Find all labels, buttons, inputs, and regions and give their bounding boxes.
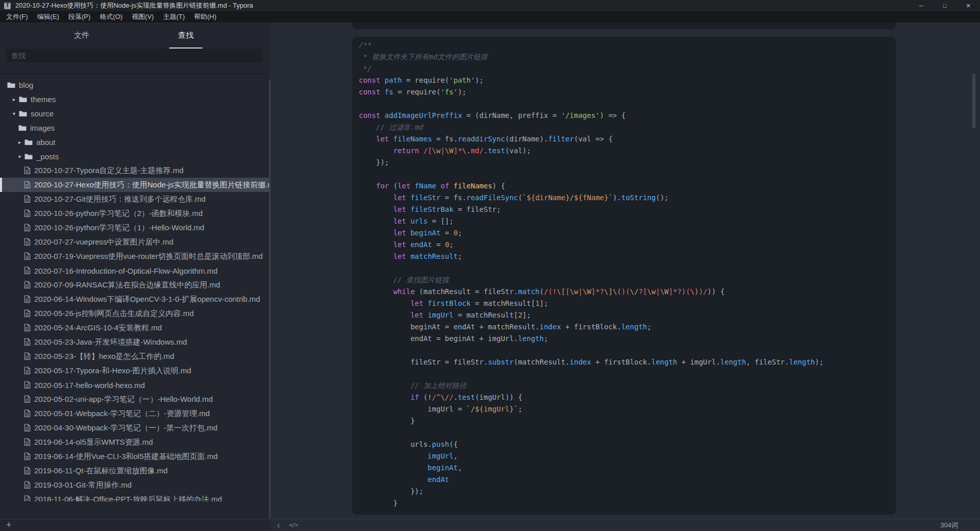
tree-item-folder[interactable]: ▸about (0, 135, 270, 149)
code-line: // 加上绝对路径 (359, 380, 896, 392)
tree-item-folder[interactable]: blog (0, 78, 270, 92)
tree-item-file[interactable]: 2020-04-30-Webpack-学习笔记（一）-第一次打包.md (0, 421, 270, 435)
tree-item-label: _posts (36, 152, 59, 161)
search-input[interactable] (6, 49, 262, 62)
code-line: return /[\w|\W]*\.md/.test(val); (359, 145, 896, 157)
source-code-mode-icon[interactable]: </> (289, 519, 298, 531)
tree-item-file[interactable]: 2019-03-01-Git-常用操作.md (0, 478, 270, 492)
menu-item[interactable]: 编辑(E) (33, 11, 64, 22)
sidebar-scrollbar[interactable] (269, 80, 271, 519)
code-line: let firstBlock = matchResult[1]; (359, 298, 896, 309)
tree-item-label: 2020-05-26-js控制网页点击生成自定义内容.md (34, 309, 194, 319)
file-icon (24, 467, 31, 475)
tree-item-file[interactable]: 2020-05-23-【转】hexo是怎么工作的.md (0, 349, 270, 364)
tree-item-folder[interactable]: ▸themes (0, 92, 270, 106)
file-icon (24, 452, 31, 461)
tree-item-file[interactable]: 2020-06-14-Windows下编译OpenCV-3-1-0-扩展open… (0, 292, 270, 306)
tree-item-label: themes (31, 95, 56, 104)
tree-item-file[interactable]: 2020-07-16-Introduction-of-Optical-Flow-… (0, 263, 270, 278)
chevron-right-icon[interactable]: ▸ (18, 139, 24, 145)
code-line: endAt (359, 474, 896, 486)
tree-item-folder[interactable]: images (0, 120, 270, 135)
code-line (359, 345, 896, 356)
chevron-right-icon[interactable]: ▸ (13, 96, 19, 102)
tree-item-file[interactable]: 2019-06-14-ol5显示WMTS资源.md (0, 435, 270, 449)
tree-item-file[interactable]: 2020-07-27-vuepress中设置图片居中.md (0, 235, 270, 249)
code-line: let fileNames = fs.readdirSync(dirName).… (359, 133, 896, 145)
menu-item[interactable]: 帮助(H) (189, 11, 221, 22)
tree-item-file[interactable]: 2020-05-23-Java-开发环境搭建-Windows.md (0, 335, 270, 349)
code-line (359, 168, 896, 180)
folder-icon (19, 96, 27, 103)
tree-item-label: 2020-10-27-Hexo使用技巧：使用Node-js实现批量替换图片链接前… (34, 180, 270, 190)
tree-item-label: images (30, 124, 55, 132)
code-line: const fs = require('fs'); (359, 86, 896, 98)
file-icon (24, 309, 31, 318)
file-icon (24, 281, 31, 289)
tree-item-file[interactable]: 2018-11-06-解决-Office-PPT-放映后鼠标上移的办法.md (0, 492, 270, 501)
editor-scrollbar-thumb[interactable] (972, 74, 975, 128)
tree-item-file[interactable]: 2020-10-26-python学习笔记（2）-函数和模块.md (0, 206, 270, 221)
minimize-button[interactable]: ─ (910, 0, 933, 11)
tree-item-folder[interactable]: ▾_posts (0, 149, 270, 163)
hide-sidebar-icon[interactable]: ‹ (277, 519, 280, 531)
editor-footer: ‹ </> 304词 (270, 519, 980, 531)
code-block[interactable]: /** * 替换文件夹下所有md文件的图片链接 */const path = r… (352, 37, 896, 515)
file-icon (24, 238, 31, 246)
tree-item-label: 2020-10-26-python学习笔记（2）-函数和模块.md (34, 209, 203, 219)
sidebar-tabs: 文件 查找 (0, 27, 270, 47)
folder-icon (24, 139, 33, 146)
code-line: }); (359, 157, 896, 168)
code-line: while (matchResult = fileStr.match(/(!\[… (359, 286, 896, 298)
tree-item-file[interactable]: 2020-05-26-js控制网页点击生成自定义内容.md (0, 306, 270, 321)
new-file-button[interactable]: + (6, 519, 12, 531)
tree-item-file[interactable]: 2020-07-19-Vuepress使用vue-router切换页面时总是滚动… (0, 249, 270, 263)
menu-item[interactable]: 主题(T) (158, 11, 189, 22)
tree-item-label: 2020-05-02-uni-app-学习笔记（一）-Hello-World.m… (34, 395, 213, 404)
code-line: /** (359, 39, 896, 51)
close-button[interactable]: ✕ (957, 0, 980, 11)
tree-item-label: 2019-03-01-Git-常用操作.md (34, 480, 132, 490)
maximize-button[interactable]: □ (933, 0, 957, 11)
file-icon (24, 181, 31, 189)
code-line: let urls = []; (359, 215, 896, 227)
tree-item-file[interactable]: 2020-07-09-RANSAC算法在拟合边缘直线中的应用.md (0, 278, 270, 292)
code-block-partial (352, 22, 896, 29)
window-controls: ─ □ ✕ (910, 0, 980, 11)
typora-window: T 2020-10-27-Hexo使用技巧：使用Node-js实现批量替换图片链… (0, 0, 980, 531)
tree-item-file[interactable]: 2020-05-24-ArcGIS-10-4安装教程.md (0, 321, 270, 335)
code-line: // 查找图片链接 (359, 274, 896, 286)
menu-item[interactable]: 段落(P) (64, 11, 95, 22)
tree-item-file[interactable]: 2019-06-11-Qt-在鼠标位置缩放图像.md (0, 464, 270, 478)
code-block-content: /** * 替换文件夹下所有md文件的图片链接 */const path = r… (352, 37, 896, 509)
code-line: imgUrl = `/${imgUrl}`; (359, 403, 896, 415)
tree-item-file[interactable]: 2019-06-14-使用Vue-CLI-3和ol5搭建基础地图页面.md (0, 449, 270, 464)
file-icon (24, 195, 31, 203)
tree-item-file[interactable]: 2020-05-17-Typora-和-Hexo-图片插入说明.md (0, 364, 270, 378)
tree-item-file[interactable]: 2020-05-17-hello-world-hexo.md (0, 378, 270, 392)
editor-area[interactable]: /** * 替换文件夹下所有md文件的图片链接 */const path = r… (270, 22, 980, 531)
chevron-down-icon[interactable]: ▾ (13, 111, 19, 116)
tree-item-folder[interactable]: ▾source (0, 106, 270, 120)
tab-search[interactable]: 查找 (155, 31, 216, 40)
tree-item-file[interactable]: 2020-10-27-Git使用技巧：推送到多个远程仓库.md (0, 192, 270, 206)
menu-item[interactable]: 文件(F) (2, 11, 33, 22)
tree-item-label: 2020-06-14-Windows下编译OpenCV-3-1-0-扩展open… (34, 295, 260, 304)
tree-item-file[interactable]: 2020-05-02-uni-app-学习笔记（一）-Hello-World.m… (0, 392, 270, 406)
tree-item-file[interactable]: 2020-05-01-Webpack-学习笔记（二）-资源管理.md (0, 406, 270, 421)
tab-files[interactable]: 文件 (51, 31, 112, 40)
menu-item[interactable]: 格式(O) (95, 11, 127, 22)
file-icon (24, 166, 31, 175)
code-line: const addImageUrlPreffix = (dirName, pre… (359, 110, 896, 122)
word-count[interactable]: 304词 (940, 519, 958, 531)
tree-item-file[interactable]: 2020-10-27-Hexo使用技巧：使用Node-js实现批量替换图片链接前… (0, 178, 270, 192)
tree-item-label: 2020-10-27-Git使用技巧：推送到多个远程仓库.md (34, 195, 206, 204)
menu-item[interactable]: 视图(V) (127, 11, 158, 22)
typora-logo-icon: T (4, 3, 11, 9)
chevron-down-icon[interactable]: ▾ (18, 154, 24, 159)
file-icon (24, 438, 31, 446)
code-line: let matchResult; (359, 251, 896, 262)
tree-item-file[interactable]: 2020-10-26-python学习笔记（1）-Hello-World.md (0, 221, 270, 235)
code-line: // 过滤非.md (359, 122, 896, 133)
tree-item-file[interactable]: 2020-10-27-Typora自定义主题-主题推荐.md (0, 163, 270, 178)
